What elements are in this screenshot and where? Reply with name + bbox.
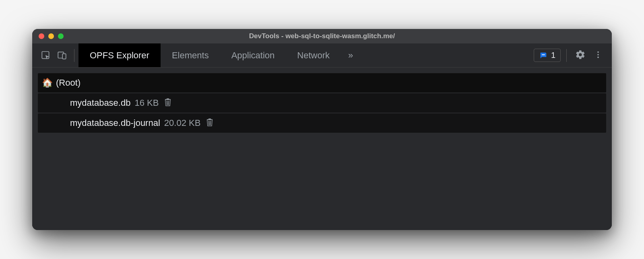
tab-label: Network: [297, 50, 330, 61]
toolbar-divider: [566, 49, 567, 62]
tab-application[interactable]: Application: [220, 43, 286, 67]
window-title: DevTools - web-sql-to-sqlite-wasm.glitch…: [32, 32, 612, 40]
trash-icon: [163, 97, 172, 109]
file-row[interactable]: mydatabase.db 16 KB: [38, 93, 606, 113]
inspect-element-button[interactable]: [38, 47, 54, 64]
svg-point-6: [597, 56, 599, 58]
svg-point-5: [597, 54, 599, 56]
delete-file-button[interactable]: [163, 97, 172, 109]
trash-icon: [205, 117, 214, 129]
svg-rect-3: [542, 54, 545, 55]
gear-icon: [575, 49, 586, 62]
maximize-window-button[interactable]: [58, 33, 64, 39]
file-size: 16 KB: [134, 98, 159, 108]
root-label: (Root): [56, 78, 80, 88]
toolbar-right: 1: [534, 47, 606, 64]
tab-label: Elements: [172, 50, 209, 61]
minimize-window-button[interactable]: [48, 33, 54, 39]
chevron-double-right-icon: »: [348, 50, 353, 61]
kebab-menu-icon: [594, 50, 603, 61]
tab-label: OPFS Explorer: [90, 50, 149, 61]
more-options-button[interactable]: [590, 47, 606, 64]
file-name: mydatabase.db: [70, 98, 130, 108]
settings-button[interactable]: [572, 47, 588, 64]
tab-elements[interactable]: Elements: [161, 43, 220, 67]
svg-rect-2: [62, 53, 66, 59]
file-name: mydatabase.db-journal: [70, 118, 160, 128]
svg-rect-0: [42, 51, 49, 58]
window-controls: [39, 33, 64, 39]
tab-opfs-explorer[interactable]: OPFS Explorer: [78, 43, 161, 67]
opfs-explorer-panel: 🏠 (Root) mydatabase.db 16 KB: [32, 68, 612, 230]
toolbar-divider: [74, 49, 74, 62]
issues-icon: [539, 51, 548, 60]
tree-root[interactable]: 🏠 (Root): [38, 73, 606, 92]
titlebar: DevTools - web-sql-to-sqlite-wasm.glitch…: [32, 29, 612, 43]
delete-file-button[interactable]: [205, 117, 214, 129]
tab-network[interactable]: Network: [286, 43, 341, 67]
devtools-window: DevTools - web-sql-to-sqlite-wasm.glitch…: [32, 29, 612, 230]
file-size: 20.02 KB: [164, 118, 201, 128]
devtools-toolbar: OPFS Explorer Elements Application Netwo…: [32, 43, 612, 68]
more-tabs-button[interactable]: »: [341, 43, 360, 67]
issues-button[interactable]: 1: [534, 49, 561, 62]
file-row[interactable]: mydatabase.db-journal 20.02 KB: [38, 113, 606, 133]
svg-point-4: [597, 51, 599, 53]
tab-label: Application: [231, 50, 275, 61]
home-icon: 🏠: [42, 78, 53, 88]
panel-tabs: OPFS Explorer Elements Application Netwo…: [78, 43, 360, 67]
device-toolbar-button[interactable]: [54, 47, 70, 64]
issues-count: 1: [551, 51, 555, 60]
close-window-button[interactable]: [39, 33, 44, 39]
